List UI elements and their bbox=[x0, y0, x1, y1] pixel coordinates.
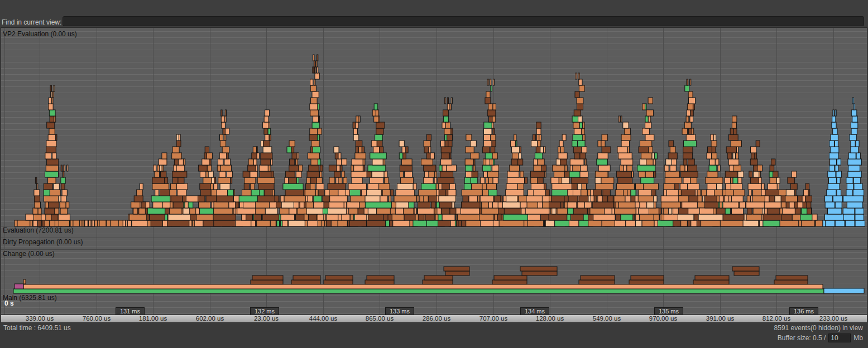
ruler-tick-label: 970.00 us bbox=[649, 315, 678, 322]
ruler-tick-label: 23.00 us bbox=[254, 315, 279, 322]
ruler-tick-label: 707.00 us bbox=[479, 315, 508, 322]
ruler-tick-label: 602.00 us bbox=[196, 315, 224, 322]
ruler-tick-label: 444.00 us bbox=[309, 315, 338, 322]
ruler-tick-label: 286.00 us bbox=[423, 315, 451, 322]
ruler-tick-label: 128.00 us bbox=[536, 315, 564, 322]
section-label-evaluation: Evaluation (7200.81 us) bbox=[3, 226, 74, 234]
buffer-size-input[interactable] bbox=[828, 334, 851, 342]
ruler-tick-label: 812.00 us bbox=[763, 315, 791, 322]
ruler-tick-label: 339.00 us bbox=[26, 315, 54, 322]
origin-time-label: 0 s bbox=[4, 299, 14, 307]
total-time-label: Total time : 6409.51 us bbox=[3, 324, 71, 332]
section-label-dirty-propagation: Dirty Propagation (0.00 us) bbox=[3, 238, 83, 246]
ruler-tick-label: 760.00 us bbox=[83, 315, 111, 322]
flame-graph[interactable] bbox=[1, 28, 867, 315]
buffer-size-label: Buffer size: 0.5 / bbox=[778, 334, 826, 342]
find-input[interactable] bbox=[63, 16, 864, 26]
profiler-panel[interactable]: VP2 Evaluation (0.00 us) Evaluation (720… bbox=[1, 27, 867, 323]
ruler-tick-label: 233.00 us bbox=[819, 315, 848, 322]
status-bar: Total time : 6409.51 us 8591 events(0 hi… bbox=[0, 323, 868, 348]
section-label-vp2-evaluation: VP2 Evaluation (0.00 us) bbox=[3, 30, 77, 38]
buffer-size-row: Buffer size: 0.5 / Mb bbox=[778, 334, 863, 342]
ruler-tick-label: 181.00 us bbox=[139, 315, 167, 322]
events-count-label: 8591 events(0 hidden) in view bbox=[774, 324, 863, 332]
ruler-tick-label: 865.00 us bbox=[366, 315, 394, 322]
ruler-tick-label: 549.00 us bbox=[593, 315, 621, 322]
timeline-ruler[interactable]: 339.00 us760.00 us181.00 us602.00 us23.0… bbox=[1, 315, 867, 322]
buffer-unit-label: Mb bbox=[853, 334, 863, 342]
ruler-tick-label: 391.00 us bbox=[706, 315, 735, 322]
section-label-change: Change (0.00 us) bbox=[3, 250, 55, 258]
find-in-view-label: Find in current view: bbox=[2, 18, 61, 26]
